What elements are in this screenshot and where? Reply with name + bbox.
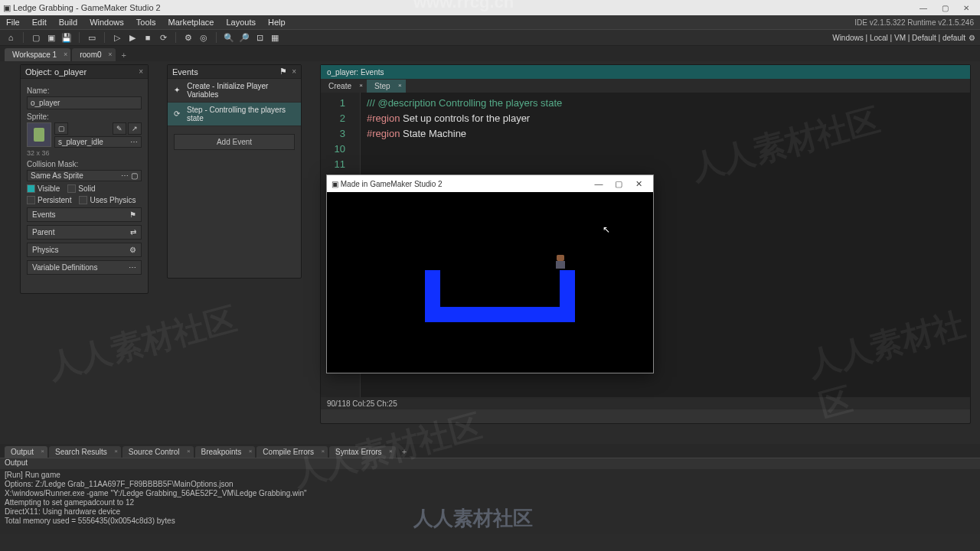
player-sprite (554, 255, 567, 270)
solid-checkbox[interactable] (67, 184, 76, 193)
gear-icon: ⚙ (129, 246, 136, 254)
toolbar: ⌂ ▢ ▣ 💾 ▭ ▷ ▶ ■ ⟳ ⚙ ◎ 🔍 🔎 ⊡ ▦ Windows | … (0, 29, 980, 46)
close-icon[interactable]: × (64, 51, 67, 58)
app-icon: ▣ (3, 3, 11, 13)
add-tab-button[interactable]: + (397, 445, 411, 458)
open-icon[interactable]: ▣ (45, 31, 57, 44)
run-icon[interactable]: ▶ (126, 31, 139, 44)
sprite-open-button[interactable]: ↗ (128, 122, 142, 135)
zoom-out-icon[interactable]: 🔎 (238, 31, 250, 44)
debug-icon[interactable]: ▷ (111, 31, 123, 44)
panel-title: Events (172, 67, 198, 77)
menu-help[interactable]: Help (268, 18, 286, 27)
visible-checkbox[interactable] (27, 184, 35, 193)
sprite-new-button[interactable]: ▢ (54, 122, 68, 135)
ws-tab-room0[interactable]: room0× (72, 48, 115, 61)
workspace-tabs: Workspace 1× room0× + (0, 46, 980, 61)
workspace: Object: o_player× Name: o_player Sprite:… (0, 61, 980, 442)
stop-icon[interactable]: ■ (142, 31, 154, 44)
persistent-checkbox[interactable] (27, 196, 35, 204)
name-label: Name: (27, 86, 142, 95)
menubar: File Edit Build Windows Tools Marketplac… (0, 15, 980, 29)
settings-icon[interactable]: ⚙ (969, 34, 975, 42)
menu-marketplace[interactable]: Marketplace (168, 18, 214, 27)
close-icon[interactable]: × (108, 51, 112, 58)
close-button[interactable]: ✕ (956, 1, 977, 15)
close-icon[interactable]: × (359, 82, 363, 89)
output-panel: Output [Run] Run gameOptions: Z:/Ledge G… (0, 458, 980, 534)
create-event-icon: ✦ (174, 86, 182, 95)
sprite-thumbnail[interactable] (27, 122, 51, 147)
step-event-icon: ⟳ (174, 109, 182, 119)
game-window-title: Made in GameMaker Studio 2 (341, 180, 443, 188)
zoom-reset-icon[interactable]: ⊡ (253, 31, 266, 44)
terrain-block (425, 307, 575, 322)
events-button[interactable]: Events⚑ (27, 207, 142, 222)
flag-icon: ⚑ (279, 67, 287, 77)
maximize-button[interactable]: ▢ (934, 1, 956, 15)
ws-tab-workspace1[interactable]: Workspace 1× (5, 48, 70, 61)
menu-tools[interactable]: Tools (136, 18, 156, 27)
btab-output[interactable]: Output× (5, 446, 47, 458)
btab-source[interactable]: Source Control× (122, 446, 194, 458)
menu-file[interactable]: File (6, 18, 20, 27)
game-close-button[interactable]: ✕ (629, 179, 648, 189)
status-right[interactable]: Windows | Local | VM | Default | default (832, 34, 965, 42)
physics-button[interactable]: Physics⚙ (27, 243, 142, 257)
events-panel: Events⚑ × ✦Create - Initialize Player Va… (167, 64, 302, 279)
sprite-label: Sprite: (27, 112, 142, 121)
menu-layouts[interactable]: Layouts (226, 18, 256, 27)
code-title: o_player: Events (327, 68, 384, 77)
add-event-button[interactable]: Add Event (174, 134, 295, 150)
version-info: IDE v2.1.5.322 Runtime v2.1.5.246 (854, 18, 974, 27)
home-icon[interactable]: ⌂ (5, 31, 17, 44)
output-body[interactable]: [Run] Run gameOptions: Z:/Ledge Grab_11A… (0, 469, 980, 527)
btab-search[interactable]: Search Results× (49, 446, 121, 458)
collision-select[interactable]: Same As Sprite⋯ ▢ (27, 170, 142, 181)
close-icon[interactable]: × (139, 67, 143, 76)
link-icon: ⇄ (130, 228, 136, 236)
uses-physics-checkbox[interactable] (79, 196, 87, 204)
event-step[interactable]: ⟳Step - Controlling the players state (168, 103, 301, 126)
event-create[interactable]: ✦Create - Initialize Player Variables (168, 79, 301, 103)
btab-breakpoints[interactable]: Breakpoints× (195, 446, 256, 458)
window-titlebar: ▣ Ledge Grabbing - GameMaker Studio 2 — … (0, 0, 980, 15)
menu-windows[interactable]: Windows (90, 18, 124, 27)
clean-icon[interactable]: ⟳ (157, 31, 169, 44)
btab-syntax[interactable]: Syntax Errors× (329, 446, 396, 458)
zoom-in-icon[interactable]: 🔍 (223, 31, 235, 44)
game-minimize-button[interactable]: — (589, 179, 609, 188)
sprite-edit-button[interactable]: ✎ (113, 122, 126, 135)
new-icon[interactable]: ▢ (30, 31, 42, 44)
parent-button[interactable]: Parent⇄ (27, 225, 142, 240)
menu-edit[interactable]: Edit (32, 18, 47, 27)
save-icon[interactable]: 💾 (60, 31, 73, 44)
code-tab-step[interactable]: Step× (367, 80, 406, 93)
code-tab-create[interactable]: Create× (321, 80, 367, 93)
game-canvas: ↖ (327, 192, 653, 373)
target-icon[interactable]: ◎ (198, 31, 210, 44)
project-icon[interactable]: ▭ (86, 31, 98, 44)
code-tabs: Create× Step× (321, 79, 970, 93)
terrain-block (560, 270, 575, 322)
menu-build[interactable]: Build (59, 18, 77, 27)
layout-icon[interactable]: ▦ (269, 31, 281, 44)
gear-icon[interactable]: ⚙ (182, 31, 194, 44)
game-preview-window: ▣ Made in GameMaker Studio 2 — ▢ ✕ ↖ (326, 174, 654, 373)
minimize-button[interactable]: — (913, 1, 934, 15)
sprite-dimensions: 32 x 36 (27, 149, 142, 157)
add-workspace-button[interactable]: + (117, 49, 131, 61)
output-header: Output (0, 458, 980, 469)
sprite-select[interactable]: s_player_idle⋯ (54, 136, 142, 148)
btab-compile[interactable]: Compile Errors× (256, 446, 328, 458)
code-status: 90/118 Col:25 Ch:25 (321, 397, 970, 409)
variables-button[interactable]: Variable Definitions⋯ (27, 260, 142, 275)
name-field[interactable]: o_player (27, 96, 142, 109)
window-title: Ledge Grabbing - GameMaker Studio 2 (13, 3, 161, 12)
close-icon[interactable]: × (292, 67, 296, 76)
flag-icon: ⚑ (129, 210, 136, 219)
close-icon[interactable]: × (398, 82, 402, 89)
bottom-tabs: Output× Search Results× Source Control× … (0, 444, 980, 458)
game-maximize-button[interactable]: ▢ (609, 179, 629, 189)
collision-label: Collision Mask: (27, 160, 142, 168)
